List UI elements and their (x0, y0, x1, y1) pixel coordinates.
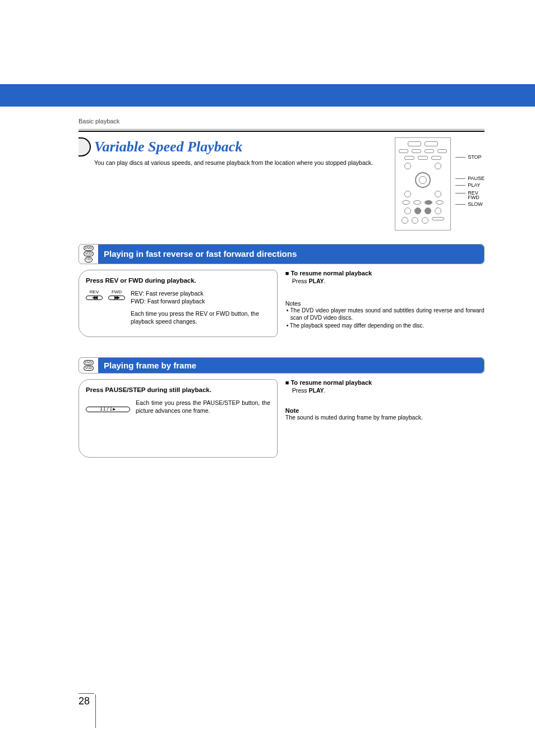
disc-type-icons: DVD VCD (79, 358, 98, 373)
section-header: DVD VCD CD Playing in fast reverse or fa… (79, 244, 485, 264)
note-text: The sound is muted during frame by frame… (285, 414, 485, 421)
bullet-half-circle-icon (79, 137, 91, 156)
desc-frame-advance: Each time you press the PAUSE/STEP butto… (136, 399, 270, 414)
instruction-panel: Press REV or FWD during playback. REV FW… (79, 270, 278, 338)
rule-divider (79, 129, 485, 130)
fast-forward-icon (114, 295, 119, 300)
disc-icon-vcd: VCD (84, 251, 94, 256)
disc-icon-dvd: DVD (84, 246, 94, 251)
notes-heading: Notes (285, 300, 485, 307)
callout-stop: STOP (468, 154, 481, 160)
callout-slow: SLOW (468, 201, 483, 207)
resume-post: . (324, 387, 326, 394)
resume-instruction: Press PLAY. (292, 387, 485, 394)
fwd-button-illustration: FWD (108, 289, 125, 300)
instruction-title: Press REV or FWD during playback. (86, 277, 270, 284)
page-number-rule (79, 693, 94, 694)
note-item: The DVD video player mutes sound and sub… (287, 307, 485, 322)
page-number-rule (95, 694, 96, 728)
intro-text: You can play discs at various speeds, an… (94, 159, 384, 167)
section-title: Playing in fast reverse or fast forward … (98, 245, 484, 264)
rewind-icon (92, 295, 96, 300)
section-header: DVD VCD Playing frame by frame (79, 357, 485, 374)
resume-heading: To resume normal playback (285, 270, 485, 276)
fwd-button-label: FWD (108, 289, 125, 294)
resume-heading: To resume normal playback (285, 379, 485, 386)
callout-play: PLAY (468, 182, 480, 188)
page-title: Variable Speed Playback (94, 139, 242, 155)
desc-rev: REV: Fast reverse playback (131, 290, 204, 297)
remote-callouts: STOP PAUSE PLAY REV FWD SLOW (455, 137, 485, 207)
breadcrumb: Basic playback (79, 118, 485, 125)
resume-play-label: PLAY (309, 387, 324, 394)
desc-fwd: FWD: Fast forward playback (131, 298, 205, 305)
pause-step-icon: II/I▶ (100, 407, 116, 412)
disc-icon-vcd: VCD (84, 366, 94, 371)
notes-list: The DVD video player mutes sound and sub… (285, 307, 485, 330)
callout-fwd: FWD (468, 195, 479, 200)
rev-button-illustration: REV (86, 289, 103, 300)
desc-speed-change: Each time you press the REV or FWD butto… (131, 310, 270, 325)
resume-play-label: PLAY (309, 278, 324, 284)
rule-divider-bold (79, 131, 485, 132)
blue-band (0, 84, 535, 107)
rev-button-label: REV (86, 289, 103, 294)
section-title: Playing frame by frame (98, 358, 484, 373)
note-item: The playback speed may differ depending … (287, 322, 485, 330)
note-heading: Note (285, 407, 485, 414)
resume-pre: Press (292, 387, 309, 394)
remote-diagram: STOP PAUSE PLAY REV FWD SLOW (395, 137, 485, 231)
instruction-title: Press PAUSE/STEP during still playback. (86, 386, 270, 393)
resume-pre: Press (292, 278, 309, 284)
disc-icon-cd: CD (85, 257, 93, 262)
instruction-panel: Press PAUSE/STEP during still playback. … (79, 379, 278, 458)
disc-icon-dvd: DVD (84, 360, 94, 365)
remote-outline (395, 137, 451, 231)
header-band (0, 0, 535, 84)
pause-step-button-illustration: II/I▶ (86, 405, 130, 412)
disc-type-icons: DVD VCD CD (79, 245, 98, 264)
resume-post: . (324, 278, 326, 284)
page-number: 28 (79, 695, 90, 707)
resume-instruction: Press PLAY. (292, 278, 485, 284)
callout-pause: PAUSE (468, 176, 485, 181)
